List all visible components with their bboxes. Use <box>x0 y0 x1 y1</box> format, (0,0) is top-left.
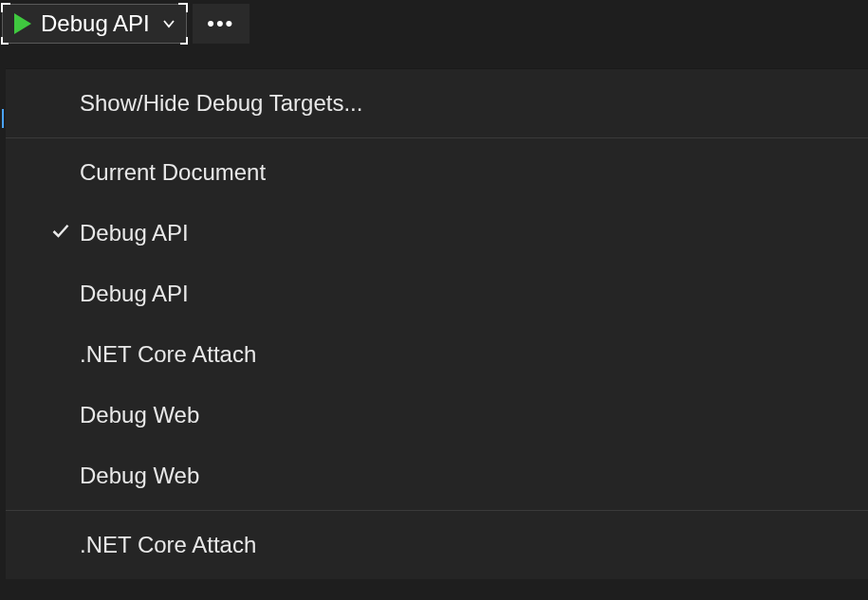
debug-start-button[interactable]: Debug API <box>2 4 187 44</box>
menu-item-net-core-attach-1[interactable]: .NET Core Attach <box>6 324 868 385</box>
menu-item-label: .NET Core Attach <box>80 532 256 558</box>
menu-item-current-document[interactable]: Current Document <box>6 142 868 203</box>
menu-section-top: Show/Hide Debug Targets... <box>6 69 868 137</box>
menu-item-label: Debug Web <box>80 402 199 428</box>
menu-item-debug-api-1[interactable]: Debug API <box>6 203 868 264</box>
check-cell <box>42 222 80 245</box>
debug-target-label: Debug API <box>41 10 161 37</box>
menu-section-bottom: .NET Core Attach <box>6 511 868 579</box>
check-icon <box>51 222 70 245</box>
menu-item-label: Current Document <box>80 159 266 186</box>
more-options-button[interactable]: ••• <box>193 4 249 44</box>
menu-item-debug-api-2[interactable]: Debug API <box>6 264 868 324</box>
menu-item-label: Debug Web <box>80 463 199 489</box>
menu-item-label: .NET Core Attach <box>80 341 256 368</box>
menu-section-targets: Current Document Debug API Debug API .NE… <box>6 138 868 510</box>
menu-item-label: Show/Hide Debug Targets... <box>80 90 362 117</box>
menu-item-label: Debug API <box>80 220 189 246</box>
ellipsis-icon: ••• <box>207 13 234 34</box>
toolbar: Debug API ••• <box>0 0 868 45</box>
menu-item-debug-web-1[interactable]: Debug Web <box>6 385 868 445</box>
menu-item-net-core-attach-2[interactable]: .NET Core Attach <box>6 515 868 575</box>
menu-item-debug-web-2[interactable]: Debug Web <box>6 445 868 506</box>
chevron-down-icon[interactable] <box>161 16 176 31</box>
menu-item-show-hide-targets[interactable]: Show/Hide Debug Targets... <box>6 73 868 134</box>
play-icon <box>14 13 31 34</box>
debug-targets-dropdown: Show/Hide Debug Targets... Current Docum… <box>6 68 868 579</box>
menu-item-label: Debug API <box>80 281 189 307</box>
